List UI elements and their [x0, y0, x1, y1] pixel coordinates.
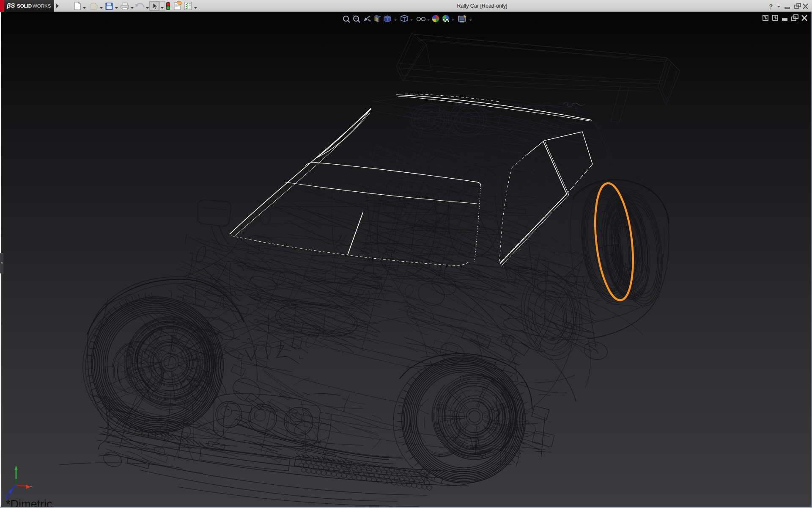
svg-text:?: ?	[769, 3, 773, 10]
